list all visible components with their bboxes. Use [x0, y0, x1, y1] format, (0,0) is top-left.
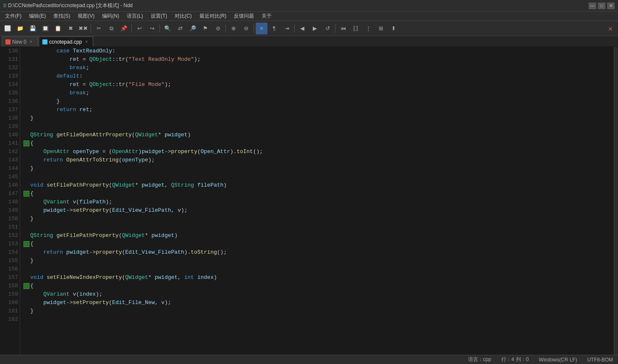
zoom-in-button[interactable]: ⊕ [228, 23, 239, 34]
code-line-155: } [24, 257, 610, 265]
line-number-146: 146 [2, 181, 18, 190]
brackets-view-button[interactable]: ⟦⟧ [350, 23, 361, 34]
reload-button[interactable]: ↺ [322, 23, 333, 34]
toolbar-separator [91, 24, 91, 33]
tab-icon-new0 [5, 39, 10, 44]
menu-item-v[interactable]: 视图(V) [74, 12, 98, 21]
line-number-136: 136 [2, 97, 18, 106]
toolbar-separator [225, 24, 226, 33]
code-area[interactable]: case TextReadOnly: ret = QObject::tr("Te… [20, 47, 614, 355]
menu-item-e[interactable]: 编辑(E) [26, 12, 49, 21]
line-number-144: 144 [2, 164, 18, 173]
save-readonly-button[interactable]: 🔲 [39, 23, 51, 34]
toolbar: ⬜📁💾🔲📋✖✖✖✂⧉📌↩↪🔍⇄🔎⚑⊘⊕⊖≡¶⇥◀▶↺⏮⟦⟧⋮⊞⬆✕ [0, 21, 618, 36]
copy-button[interactable]: ⧉ [105, 23, 117, 34]
title-bar: D D:\CCNotePad\cceditor\ccnotepad.cpp [文… [0, 0, 618, 12]
line-number-154: 154 [2, 248, 18, 257]
fold-indicator-153[interactable]: − [24, 241, 29, 247]
code-line-143: return OpenAttrToString(openType); [24, 156, 610, 164]
status-language: 语言：cpp [468, 356, 491, 363]
maximize-button[interactable]: □ [598, 3, 605, 9]
code-line-141: −{ [24, 139, 610, 148]
toolbar-separator [254, 24, 254, 33]
code-line-142: OpenAttr openType = (OpenAttr)pwidget->p… [24, 148, 610, 156]
line-number-155: 155 [2, 257, 18, 265]
menu-item-[interactable]: 关于 [258, 12, 275, 21]
menu-item-t[interactable]: 设置(T) [147, 12, 170, 21]
paste-button[interactable]: 📌 [118, 23, 130, 34]
export-doc-button[interactable]: ⬆ [388, 23, 399, 34]
menu-item-[interactable]: 反馈问题 [230, 12, 257, 21]
toolbar-separator [335, 24, 335, 33]
nav-forward-button[interactable]: ▶ [309, 23, 321, 34]
tab-ccnotepad[interactable]: ccnotepad.cpp× [39, 36, 93, 47]
tab-close-ccnotepad[interactable]: × [84, 39, 89, 45]
menu-item-s[interactable]: 查找(S) [50, 12, 73, 21]
nav-first-button[interactable]: ⏮ [337, 23, 349, 34]
fold-indicator-147[interactable]: − [24, 191, 29, 197]
code-line-135: break; [24, 89, 610, 97]
line-number-150: 150 [2, 215, 18, 223]
toolbar-close-x[interactable]: ✕ [605, 23, 616, 34]
tab-close-new0[interactable]: × [28, 39, 34, 45]
editor: 1301311321331341351361371381391401411421… [0, 47, 618, 355]
redo-button[interactable]: ↪ [146, 23, 158, 34]
template-file-button[interactable]: 📋 [52, 23, 64, 34]
close-doc-button[interactable]: ✖ [65, 23, 76, 34]
indent-guide-button[interactable]: ⋮ [362, 23, 374, 34]
code-line-134: ret = QObject::tr("File Mode"); [24, 81, 610, 89]
indent-button[interactable]: ⇥ [281, 23, 293, 34]
open-file-button[interactable]: 📁 [14, 23, 26, 34]
fold-indicator-141[interactable]: − [24, 140, 29, 146]
line-number-161: 161 [2, 307, 18, 315]
close-button[interactable]: ✕ [607, 3, 615, 9]
code-line-136: } [24, 97, 610, 106]
line-number-145: 145 [2, 173, 18, 181]
new-file-button[interactable]: ⬜ [2, 23, 13, 34]
menu-item-r[interactable]: 最近对比(R) [196, 12, 230, 21]
find-in-files-button[interactable]: 🔎 [187, 23, 199, 34]
code-line-151 [24, 223, 610, 231]
line-number-143: 143 [2, 156, 18, 164]
undo-button[interactable]: ↩ [134, 23, 145, 34]
code-line-140: QString getFileOpenAttrProperty(QWidget*… [24, 131, 610, 139]
align-active-button[interactable]: ≡ [256, 23, 267, 34]
find-button[interactable]: 🔍 [162, 23, 173, 34]
tab-icon-ccnotepad [42, 39, 47, 44]
cut-button[interactable]: ✂ [93, 23, 105, 34]
line-number-158: 158 [2, 282, 18, 290]
line-number-151: 151 [2, 223, 18, 231]
minimize-button[interactable]: — [589, 3, 596, 9]
status-encoding: UTF8-BOM [587, 357, 613, 363]
save-file-button[interactable]: 💾 [27, 23, 39, 34]
menu-item-f[interactable]: 文件(F) [2, 12, 25, 21]
status-line: 行：4 列：0 [501, 356, 529, 363]
nav-back-button[interactable]: ◀ [296, 23, 308, 34]
code-line-145 [24, 173, 610, 181]
line-number-140: 140 [2, 131, 18, 139]
bookmark-button[interactable]: ⚑ [199, 23, 211, 34]
fold-indicator-158[interactable]: − [24, 283, 29, 289]
code-line-156 [24, 265, 610, 273]
code-line-162 [24, 315, 610, 324]
menu-item-c[interactable]: 对比(C) [171, 12, 195, 21]
right-scrollbar[interactable] [614, 47, 618, 355]
line-number-141: 141 [2, 139, 18, 148]
replace-button[interactable]: ⇄ [174, 23, 186, 34]
toolbar-separator [160, 24, 160, 33]
close-all-button[interactable]: ✖✖ [77, 23, 89, 34]
zoom-out-button[interactable]: ⊖ [240, 23, 252, 34]
line-number-149: 149 [2, 206, 18, 215]
split-view-button[interactable]: ⊞ [375, 23, 387, 34]
line-number-148: 148 [2, 198, 18, 206]
code-line-150: } [24, 215, 610, 223]
menu-item-n[interactable]: 编码(N) [99, 12, 123, 21]
clear-bookmark-button[interactable]: ⊘ [212, 23, 224, 34]
code-line-148: QVariant v(filePath); [24, 198, 610, 206]
line-number-153: 153 [2, 240, 18, 248]
para-marks-button[interactable]: ¶ [268, 23, 280, 34]
line-number-152: 152 [2, 231, 18, 240]
menu-item-l[interactable]: 语言(L) [123, 12, 147, 21]
code-line-139 [24, 122, 610, 131]
tab-new0[interactable]: New 0× [2, 36, 38, 47]
